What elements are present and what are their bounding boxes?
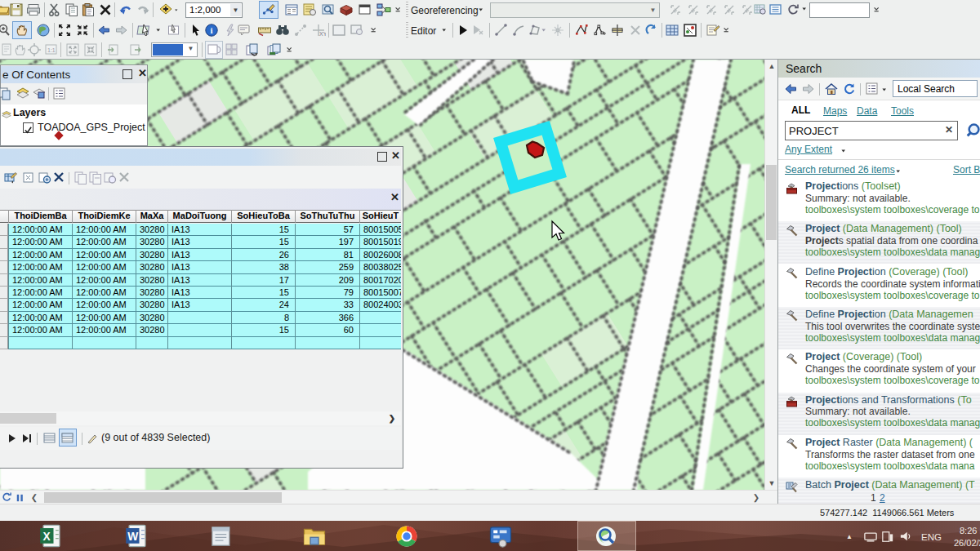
- svg-text:X: X: [42, 531, 51, 543]
- svg-text:1:1: 1:1: [47, 47, 56, 53]
- svg-text:XY: XY: [319, 31, 326, 37]
- svg-text:W: W: [127, 531, 138, 543]
- svg-text:i: i: [210, 25, 212, 35]
